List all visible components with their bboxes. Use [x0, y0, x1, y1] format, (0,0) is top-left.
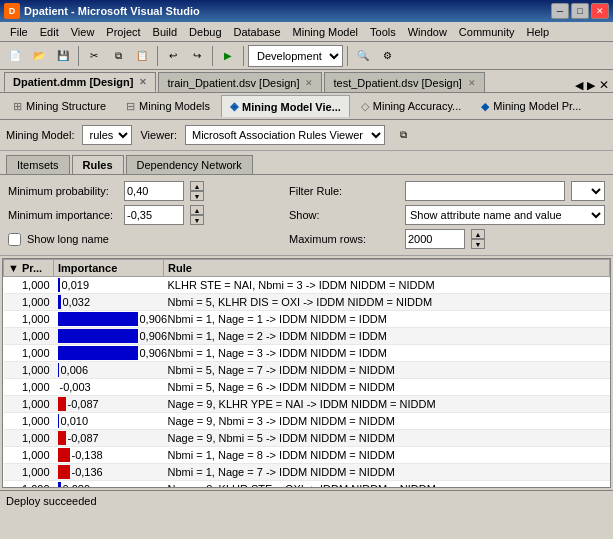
- min-prob-spin-down[interactable]: ▼: [190, 191, 204, 201]
- doc-tab-close-2[interactable]: ✕: [468, 78, 476, 88]
- menu-community[interactable]: Community: [453, 24, 521, 40]
- minimize-button[interactable]: ─: [551, 3, 569, 19]
- table-row: 1,0000,019KLHR STE = NAI, Nbmi = 3 -> ID…: [4, 277, 610, 294]
- title-bar: D Dpatient - Microsoft Visual Studio ─ □…: [0, 0, 613, 22]
- cell-rule: Nbmi = 1, Nage = 7 -> IDDM NIDDM = NIDDM: [164, 464, 610, 481]
- menu-mining-model[interactable]: Mining Model: [287, 24, 364, 40]
- table-row: 1,0000,010Nage = 9, Nbmi = 3 -> IDDM NID…: [4, 413, 610, 430]
- doc-tab-arrow-left[interactable]: ◀: [575, 79, 583, 92]
- mining-tab-accuracy[interactable]: ◇ Mining Accuracy...: [352, 95, 470, 117]
- mining-tabs: ⊞ Mining Structure ⊟ Mining Models ◈ Min…: [0, 93, 613, 120]
- toolbar-open[interactable]: 📂: [28, 45, 50, 67]
- min-import-spin-up[interactable]: ▲: [190, 205, 204, 215]
- sub-tab-itemsets[interactable]: Itemsets: [6, 155, 70, 174]
- menu-help[interactable]: Help: [520, 24, 555, 40]
- sub-tab-rules[interactable]: Rules: [72, 155, 124, 174]
- viewer-copy-button[interactable]: ⧉: [393, 124, 415, 146]
- doc-tab-dpatient[interactable]: Dpatient.dmm [Design] ✕: [4, 72, 156, 92]
- table-row: 1,000-0,136Nbmi = 1, Nage = 7 -> IDDM NI…: [4, 464, 610, 481]
- mining-model-select[interactable]: rules: [82, 125, 132, 145]
- show-long-name-checkbox[interactable]: [8, 233, 21, 246]
- toolbar-copy[interactable]: ⧉: [107, 45, 129, 67]
- mining-tab-view[interactable]: ◈ Mining Model Vie...: [221, 95, 350, 117]
- sub-tabs: Itemsets Rules Dependency Network: [0, 151, 613, 175]
- menu-window[interactable]: Window: [402, 24, 453, 40]
- min-prob-spin-up[interactable]: ▲: [190, 181, 204, 191]
- cell-importance: 0,019: [54, 277, 164, 294]
- close-button[interactable]: ✕: [591, 3, 609, 19]
- maximize-button[interactable]: □: [571, 3, 589, 19]
- col-prob[interactable]: ▼ Pr...: [4, 260, 54, 277]
- toolbar-redo[interactable]: ↪: [186, 45, 208, 67]
- doc-tab-test[interactable]: test_Dpatient.dsv [Design] ✕: [324, 72, 484, 92]
- mining-models-label: Mining Models: [139, 100, 210, 112]
- toolbar-new[interactable]: 📄: [4, 45, 26, 67]
- toolbar-config-select[interactable]: Development: [248, 45, 343, 67]
- toolbar-play[interactable]: ▶: [217, 45, 239, 67]
- importance-bar: 0,906: [58, 329, 148, 343]
- toolbar-cut[interactable]: ✂: [83, 45, 105, 67]
- mining-tab-structure[interactable]: ⊞ Mining Structure: [4, 95, 115, 117]
- cell-prob: 1,000: [4, 311, 54, 328]
- toolbar-save[interactable]: 💾: [52, 45, 74, 67]
- menu-edit[interactable]: Edit: [34, 24, 65, 40]
- importance-bar: 0,010: [58, 414, 148, 428]
- mining-profile-label: Mining Model Pr...: [493, 100, 581, 112]
- doc-tab-train[interactable]: train_Dpatient.dsv [Design] ✕: [158, 72, 322, 92]
- max-rows-spin-up[interactable]: ▲: [471, 229, 485, 239]
- mining-tab-profile[interactable]: ◆ Mining Model Pr...: [472, 95, 590, 117]
- app-icon: D: [4, 3, 20, 19]
- cell-rule: Nage = 9, Nbmi = 3 -> IDDM NIDDM = NIDDM: [164, 413, 610, 430]
- viewer-select[interactable]: Microsoft Association Rules Viewer: [185, 125, 385, 145]
- table-row: 1,0000,906Nbmi = 1, Nage = 3 -> IDDM NID…: [4, 345, 610, 362]
- col-importance[interactable]: Importance: [54, 260, 164, 277]
- filter-rule-label: Filter Rule:: [289, 185, 399, 197]
- min-import-spin: ▲ ▼: [190, 205, 204, 225]
- mining-structure-icon: ⊞: [13, 100, 22, 113]
- cell-rule: Nbmi = 1, Nage = 8 -> IDDM NIDDM = NIDDM: [164, 447, 610, 464]
- min-import-row: Minimum importance: ▲ ▼: [8, 205, 277, 225]
- min-import-spin-down[interactable]: ▼: [190, 215, 204, 225]
- doc-tab-arrow-right[interactable]: ▶: [587, 79, 595, 92]
- model-selection-row: Mining Model: rules Viewer: Microsoft As…: [0, 120, 613, 151]
- toolbar-extra2[interactable]: ⚙: [376, 45, 398, 67]
- doc-tab-close-1[interactable]: ✕: [305, 78, 313, 88]
- menu-project[interactable]: Project: [100, 24, 146, 40]
- cell-importance: -0,136: [54, 464, 164, 481]
- table-row: 1,0000,906Nbmi = 1, Nage = 2 -> IDDM NID…: [4, 328, 610, 345]
- min-prob-label: Minimum probability:: [8, 185, 118, 197]
- max-rows-spin-down[interactable]: ▼: [471, 239, 485, 249]
- cell-rule: Nage = 9, KLHR YPE = NAI -> IDDM NIDDM =…: [164, 396, 610, 413]
- min-prob-input[interactable]: [124, 181, 184, 201]
- mining-tab-models[interactable]: ⊟ Mining Models: [117, 95, 219, 117]
- importance-bar: -0,136: [58, 465, 148, 479]
- menu-view[interactable]: View: [65, 24, 101, 40]
- menu-build[interactable]: Build: [147, 24, 183, 40]
- menu-database[interactable]: Database: [228, 24, 287, 40]
- show-long-name-label: Show long name: [27, 233, 109, 245]
- toolbar-undo[interactable]: ↩: [162, 45, 184, 67]
- min-import-input[interactable]: [124, 205, 184, 225]
- sub-tab-dependency[interactable]: Dependency Network: [126, 155, 253, 174]
- cell-rule: Nbmi = 5, KLHR DIS = OXI -> IDDM NIDDM =…: [164, 294, 610, 311]
- toolbar-extra1[interactable]: 🔍: [352, 45, 374, 67]
- cell-rule: Nbmi = 1, Nage = 2 -> IDDM NIDDM = IDDM: [164, 328, 610, 345]
- doc-tab-close-all[interactable]: ✕: [599, 78, 609, 92]
- toolbar: 📄 📂 💾 ✂ ⧉ 📋 ↩ ↪ ▶ Development 🔍 ⚙: [0, 42, 613, 70]
- menu-tools[interactable]: Tools: [364, 24, 402, 40]
- importance-bar: -0,138: [58, 448, 148, 462]
- toolbar-paste[interactable]: 📋: [131, 45, 153, 67]
- importance-bar: -0,087: [58, 397, 148, 411]
- menu-debug[interactable]: Debug: [183, 24, 227, 40]
- cell-rule: KLHR STE = NAI, Nbmi = 3 -> IDDM NIDDM =…: [164, 277, 610, 294]
- cell-prob: 1,000: [4, 464, 54, 481]
- menu-file[interactable]: File: [4, 24, 34, 40]
- cell-importance: 0,906: [54, 328, 164, 345]
- doc-tab-close-0[interactable]: ✕: [139, 77, 147, 87]
- filter-rule-select[interactable]: [571, 181, 605, 201]
- filter-rule-input[interactable]: [405, 181, 565, 201]
- col-rule[interactable]: Rule: [164, 260, 610, 277]
- show-select[interactable]: Show attribute name and value Show attri…: [405, 205, 605, 225]
- rules-table-container: ▼ Pr... Importance Rule 1,0000,019KLHR S…: [2, 258, 611, 488]
- max-rows-input[interactable]: [405, 229, 465, 249]
